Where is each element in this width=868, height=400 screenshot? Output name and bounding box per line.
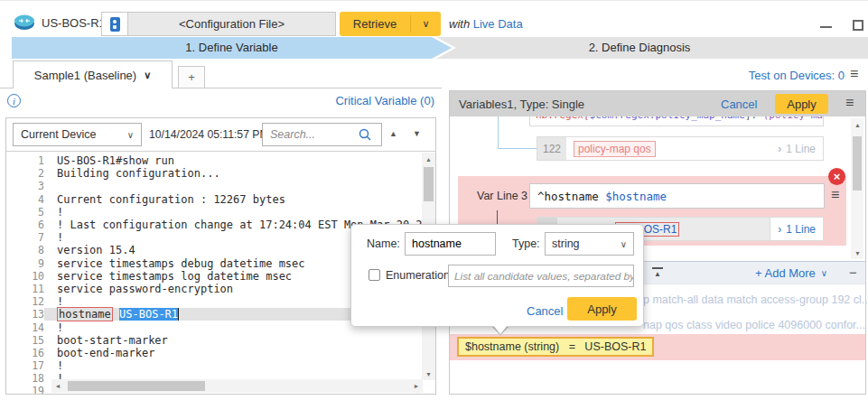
find-previous-button[interactable]: ▲ [389,129,397,138]
scrollbar-thumb[interactable] [853,136,862,191]
regex-token: $com.regex.policy_map_name [590,116,745,121]
menu-icon[interactable]: ≡ [831,189,839,201]
retrieve-split-button[interactable]: Retrieve ∨ [340,12,441,36]
code-line[interactable]: 16boot-end-marker [6,347,423,359]
tab-define-diagnosis[interactable]: 2. Define Diagnosis [411,37,868,59]
var-pattern-input[interactable]: ^hostname $hostname [529,183,825,209]
var-line-label: Var Line 3 [477,190,527,202]
find-next-button[interactable]: ▼ [413,129,421,138]
line-number: 12 [6,295,44,308]
line-number: 19 [6,385,44,394]
enumeration-checkbox[interactable] [369,269,380,281]
row-expand-lines[interactable]: › 1 Line [770,218,823,240]
code-line[interactable]: 15boot-start-marker [6,334,423,347]
variables-cancel-button[interactable]: Cancel [721,98,757,111]
config-source-label: <Configuration File> [179,17,285,31]
device-select-dropdown[interactable]: Current Device ∨ [13,123,142,146]
variable-result-row[interactable]: $hostname (string) = US-BOS-R1 [450,334,865,360]
code-text: boot-start-marker [44,334,168,347]
enumeration-label: Enumeration [386,269,450,282]
test-on-devices-link[interactable]: Test on Devices: 0 [714,69,845,82]
variables-panel-header: Variables1, Type: Single Cancel Apply ≡ [450,91,865,116]
search-input[interactable] [263,125,358,144]
menu-icon[interactable]: ≡ [845,97,854,109]
scrollbar-thumb[interactable] [424,167,434,201]
add-sample-tab-button[interactable]: + [178,66,205,88]
line-number: 16 [6,347,44,359]
scroll-left-icon[interactable]: ◄ [51,379,64,393]
maximize-icon[interactable] [853,20,863,31]
type-select-dropdown[interactable]: string ∨ [545,232,634,256]
name-input[interactable] [405,232,496,256]
menu-icon[interactable]: ≡ [850,68,858,80]
clipped-regex-text: nb.regex[$com.regex.policy_map_name]: (p… [536,116,824,121]
device-name: US-BOS-R1 [42,16,106,30]
code-text: hostname US-BOS-R1 [44,308,179,321]
live-data-link[interactable]: Live Data [473,17,523,31]
scroll-down-icon[interactable]: ▼ [422,367,435,380]
scroll-down-icon[interactable]: ▼ [851,247,864,259]
chevron-right-icon: › [778,143,781,155]
config-source-selector[interactable]: <Configuration File> [127,12,336,36]
config-match-row-122[interactable]: 122 policy-map qos › 1 Line [537,136,824,161]
line-number: 1 [6,154,44,167]
search-box [262,123,382,146]
editor-horizontal-scrollbar[interactable]: ◄ ► [51,379,423,393]
code-text: service password-encryption [44,283,233,295]
row-expand-lines[interactable]: › 1 Line [778,143,816,155]
code-line[interactable]: 1US-BOS-R1#show run [6,154,423,167]
close-icon[interactable]: × [828,168,845,185]
variables-panel-title: Variables1, Type: Single [459,98,584,111]
device-select-value: Current Device [21,128,96,141]
code-text: ! [44,359,63,372]
regex-pattern-row-clipped[interactable]: nb.regex[$com.regex.policy_map_name]: (p… [529,116,824,126]
line-number: 2 [6,167,44,180]
chevron-down-icon: ∨ [127,130,134,140]
variables-apply-button[interactable]: Apply [775,94,828,114]
chevron-down-icon[interactable]: ∨ [144,70,151,81]
dialog-apply-button[interactable]: Apply [567,297,637,321]
regex-token: ]: [745,116,763,121]
line-number: 18 [6,372,44,385]
tab-define-variable[interactable]: 1. Define Variable [12,37,452,59]
code-token [113,308,119,321]
code-text: boot-end-marker [44,347,154,359]
code-line[interactable]: 17! [6,359,423,372]
code-line[interactable]: 2Building configuration... [6,167,423,180]
config-file-icon [110,17,120,32]
configuration-toolbar: Current Device ∨ 10/14/2024 05:11:57 PM … [6,118,435,152]
scroll-up-icon[interactable]: ▲ [851,118,864,131]
minimize-icon[interactable] [820,26,832,28]
variable-result-value[interactable]: $hostname (string) = US-BOS-R1 [457,337,654,357]
config-timestamp: 10/14/2024 05:11:57 PM [149,128,269,141]
code-line[interactable]: 4Current configuration : 12267 bytes [6,193,423,206]
regex-token: nb.regex[ [536,116,590,121]
code-line[interactable]: 3 [6,180,423,192]
scroll-up-icon[interactable]: ▲ [422,153,435,165]
row-matched-text[interactable]: policy-map qos [574,141,656,157]
retrieve-button-label[interactable]: Retrieve [340,12,410,36]
variables-vertical-scrollbar[interactable]: ▲ ▼ [851,118,863,259]
tab-sample1-baseline[interactable]: Sample1 (Baseline) ∨ [13,60,173,88]
with-word: with [449,17,470,31]
type-label: Type: [512,237,540,250]
retrieve-chevron-down-icon[interactable]: ∨ [411,12,441,36]
line-number: 15 [6,334,44,347]
lines-count-label: 1 Line [786,143,816,155]
code-text: Current configuration : 12267 bytes [44,193,285,206]
search-icon[interactable] [358,127,372,142]
critical-variable-link[interactable]: Critical Variable (0) [271,94,434,107]
config-source-icon-button[interactable] [101,12,128,36]
code-text: service timestamps log datetime msec [44,270,292,283]
line-number: 5 [6,206,44,219]
code-text: ! [44,231,63,244]
scroll-right-icon[interactable]: ► [410,379,423,393]
line-number: 14 [6,321,44,334]
dialog-cancel-button[interactable]: Cancel [527,304,563,318]
enumeration-values-input[interactable] [448,265,634,287]
info-icon[interactable]: i [7,94,21,107]
line-number: 9 [6,257,44,270]
pattern-variable: $hostname [605,190,667,203]
code-line[interactable]: 5! [6,206,423,219]
scrollbar-thumb[interactable] [68,381,205,391]
